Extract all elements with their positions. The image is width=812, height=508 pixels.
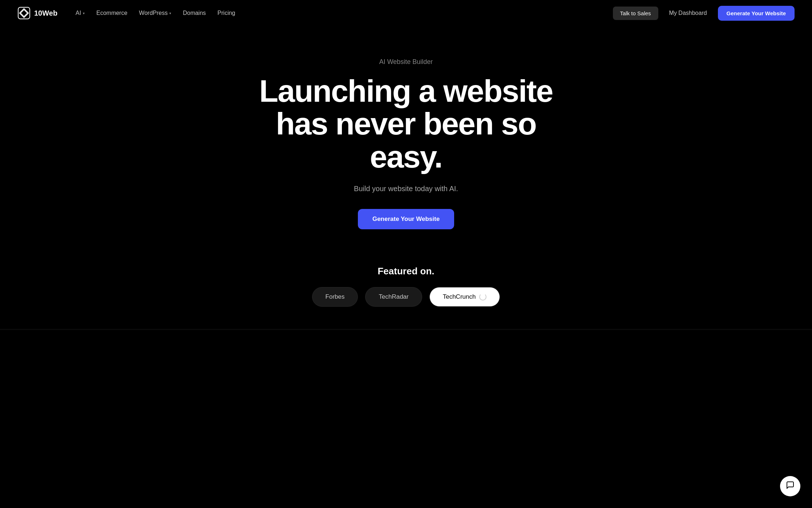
featured-logos: Forbes TechRadar TechCrunch [312, 287, 500, 307]
nav-left: 10Web AI ▾ Ecommerce WordPress ▾ Domains… [17, 7, 240, 20]
nav-link-ai[interactable]: AI ▾ [70, 7, 90, 19]
featured-logo-forbes[interactable]: Forbes [312, 287, 358, 307]
featured-title: Featured on. [377, 266, 434, 277]
nav-right: Talk to Sales My Dashboard Generate Your… [613, 6, 795, 21]
chat-icon [786, 481, 795, 492]
hero-subtitle: AI Website Builder [379, 58, 433, 66]
featured-logo-techradar[interactable]: TechRadar [365, 287, 422, 307]
bottom-fade [0, 328, 812, 330]
hero-section: AI Website Builder Launching a website h… [0, 0, 812, 258]
nav-links: AI ▾ Ecommerce WordPress ▾ Domains Prici… [70, 7, 240, 19]
logo-icon [17, 7, 31, 20]
talk-to-sales-button[interactable]: Talk to Sales [613, 7, 658, 20]
generate-website-hero-button[interactable]: Generate Your Website [358, 209, 454, 229]
hero-description: Build your website today with AI. [354, 185, 458, 193]
nav-link-ecommerce[interactable]: Ecommerce [91, 7, 132, 19]
chevron-down-icon-wp: ▾ [169, 11, 171, 15]
navbar: 10Web AI ▾ Ecommerce WordPress ▾ Domains… [0, 0, 812, 26]
nav-link-wordpress[interactable]: WordPress ▾ [134, 7, 177, 19]
featured-logo-techcrunch[interactable]: TechCrunch [429, 287, 500, 307]
loading-spinner-icon [479, 293, 486, 301]
logo-text: 10Web [34, 9, 57, 17]
nav-link-domains[interactable]: Domains [178, 7, 211, 19]
chevron-down-icon: ▾ [83, 11, 85, 15]
generate-website-nav-button[interactable]: Generate Your Website [718, 6, 795, 21]
my-dashboard-button[interactable]: My Dashboard [664, 7, 712, 19]
hero-title: Launching a website has never been so ea… [243, 74, 570, 173]
logo-link[interactable]: 10Web [17, 7, 57, 20]
chat-button[interactable] [780, 476, 800, 496]
nav-link-pricing[interactable]: Pricing [213, 7, 241, 19]
featured-section: Featured on. Forbes TechRadar TechCrunch [0, 258, 812, 328]
